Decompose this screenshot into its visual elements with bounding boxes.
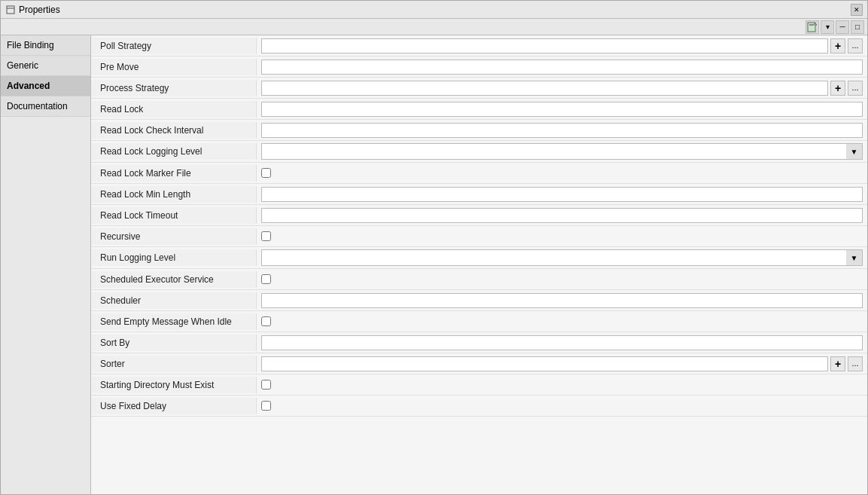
sidebar-item-generic[interactable]: Generic — [1, 56, 90, 76]
row-read-lock-marker-file: Read Lock Marker File — [91, 163, 867, 184]
svg-rect-0 — [7, 6, 14, 14]
value-read-lock-min-length — [257, 185, 867, 204]
label-read-lock: Read Lock — [91, 101, 257, 118]
label-read-lock-marker-file: Read Lock Marker File — [91, 165, 257, 182]
title-bar: Properties ✕ — [1, 1, 867, 19]
label-read-lock-min-length: Read Lock Min Length — [91, 186, 257, 203]
checkbox-send-empty-message[interactable] — [261, 316, 271, 326]
dots-btn-poll-strategy[interactable]: ... — [848, 38, 863, 53]
input-sorter[interactable] — [261, 356, 828, 371]
value-pre-move — [257, 57, 867, 77]
toolbar-btn-2[interactable]: ▾ — [821, 20, 834, 34]
checkbox-use-fixed-delay[interactable] — [261, 401, 271, 411]
checkbox-scheduled-executor-service[interactable] — [261, 274, 271, 284]
row-use-fixed-delay: Use Fixed Delay — [91, 396, 867, 417]
label-scheduler: Scheduler — [91, 292, 257, 309]
label-send-empty-message: Send Empty Message When Idle — [91, 313, 257, 330]
label-process-strategy: Process Strategy — [91, 80, 257, 96]
row-read-lock-min-length: Read Lock Min Length — [91, 184, 867, 205]
sidebar-item-advanced[interactable]: Advanced — [1, 76, 90, 96]
input-read-lock-min-length[interactable] — [261, 187, 863, 202]
toolbar: ▾ ─ □ — [1, 19, 867, 35]
toolbar-btn-1[interactable] — [806, 20, 819, 34]
label-read-lock-check-interval: Read Lock Check Interval — [91, 122, 257, 139]
row-poll-strategy: Poll Strategy + ... — [91, 35, 867, 57]
label-sorter: Sorter — [91, 356, 257, 372]
toolbar-btn-maximize[interactable]: □ — [851, 20, 864, 34]
label-read-lock-logging-level: Read Lock Logging Level — [91, 143, 257, 160]
checkbox-recursive[interactable] — [261, 231, 271, 241]
value-scheduled-executor-service — [257, 272, 867, 286]
plus-btn-process-strategy[interactable]: + — [830, 81, 845, 96]
row-recursive: Recursive — [91, 226, 867, 247]
value-read-lock-check-interval — [257, 121, 867, 140]
dropdown-wrapper-logging-level: ▼ — [261, 143, 863, 160]
window-icon — [5, 5, 16, 15]
label-use-fixed-delay: Use Fixed Delay — [91, 398, 257, 414]
properties-window: Properties ✕ ▾ ─ □ File Binding Generic — [0, 0, 868, 495]
dots-btn-process-strategy[interactable]: ... — [848, 81, 863, 96]
value-read-lock — [257, 99, 867, 119]
input-scheduler[interactable] — [261, 293, 863, 308]
value-sort-by — [257, 333, 867, 353]
close-button[interactable]: ✕ — [851, 4, 863, 16]
value-read-lock-timeout — [257, 206, 867, 225]
value-read-lock-logging-level: ▼ — [257, 141, 867, 162]
checkbox-starting-directory-must-exist[interactable] — [261, 380, 271, 390]
value-process-strategy: + ... — [257, 78, 867, 98]
svg-rect-3 — [809, 24, 814, 26]
value-recursive — [257, 229, 867, 243]
input-pre-move[interactable] — [261, 60, 863, 75]
label-read-lock-timeout: Read Lock Timeout — [91, 207, 257, 224]
sidebar: File Binding Generic Advanced Documentat… — [1, 35, 91, 494]
form-scroll-area[interactable]: Poll Strategy + ... Pre Move — [91, 35, 867, 494]
row-process-strategy: Process Strategy + ... — [91, 78, 867, 99]
value-run-logging-level: ▼ — [257, 247, 867, 268]
window-controls: ✕ — [851, 4, 863, 16]
input-read-lock[interactable] — [261, 102, 863, 117]
row-read-lock-check-interval: Read Lock Check Interval — [91, 120, 867, 141]
plus-btn-poll-strategy[interactable]: + — [830, 38, 845, 53]
plus-btn-sorter[interactable]: + — [830, 356, 845, 371]
value-send-empty-message — [257, 314, 867, 328]
sidebar-item-documentation[interactable]: Documentation — [1, 96, 90, 117]
value-poll-strategy: + ... — [257, 36, 867, 56]
label-scheduled-executor-service: Scheduled Executor Service — [91, 271, 257, 288]
label-recursive: Recursive — [91, 228, 257, 245]
label-starting-directory-must-exist: Starting Directory Must Exist — [91, 377, 257, 393]
row-run-logging-level: Run Logging Level ▼ — [91, 247, 867, 269]
label-run-logging-level: Run Logging Level — [91, 249, 257, 266]
input-read-lock-timeout[interactable] — [261, 208, 863, 223]
value-scheduler — [257, 291, 867, 310]
checkbox-read-lock-marker-file[interactable] — [261, 168, 271, 178]
row-sort-by: Sort By — [91, 332, 867, 353]
value-sorter: + ... — [257, 354, 867, 374]
row-scheduled-executor-service: Scheduled Executor Service — [91, 269, 867, 290]
row-send-empty-message: Send Empty Message When Idle — [91, 311, 867, 332]
sidebar-item-file-binding[interactable]: File Binding — [1, 35, 90, 56]
content-area: File Binding Generic Advanced Documentat… — [1, 35, 867, 494]
label-sort-by: Sort By — [91, 335, 257, 351]
row-read-lock-timeout: Read Lock Timeout — [91, 205, 867, 226]
value-read-lock-marker-file — [257, 166, 867, 180]
label-poll-strategy: Poll Strategy — [91, 38, 257, 54]
input-sort-by[interactable] — [261, 335, 863, 350]
window-title: Properties — [19, 5, 851, 15]
row-pre-move: Pre Move — [91, 57, 867, 78]
row-read-lock: Read Lock — [91, 99, 867, 120]
main-area: Poll Strategy + ... Pre Move — [91, 35, 867, 494]
input-poll-strategy[interactable] — [261, 38, 828, 53]
dots-btn-sorter[interactable]: ... — [848, 356, 863, 371]
input-read-lock-check-interval[interactable] — [261, 123, 863, 138]
row-starting-directory-must-exist: Starting Directory Must Exist — [91, 374, 867, 396]
select-read-lock-logging-level[interactable] — [261, 143, 863, 160]
select-run-logging-level[interactable] — [261, 249, 863, 266]
input-process-strategy[interactable] — [261, 81, 828, 96]
value-starting-directory-must-exist — [257, 377, 867, 392]
label-pre-move: Pre Move — [91, 59, 257, 75]
row-scheduler: Scheduler — [91, 290, 867, 311]
value-use-fixed-delay — [257, 399, 867, 413]
row-read-lock-logging-level: Read Lock Logging Level ▼ — [91, 141, 867, 163]
toolbar-btn-minimize[interactable]: ─ — [836, 20, 849, 34]
row-sorter: Sorter + ... — [91, 353, 867, 374]
